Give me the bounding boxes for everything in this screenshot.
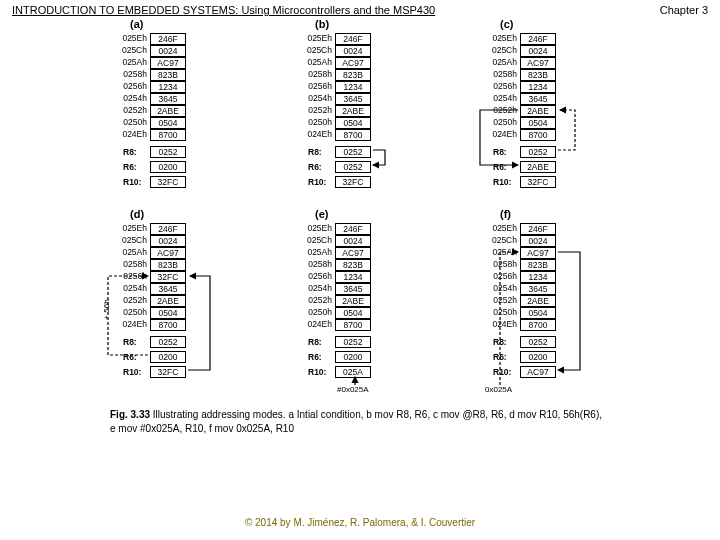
memory-table: 025Eh246F025Ch0024025AhAC970258h823B0256… — [490, 222, 556, 330]
absolute-annotation: 0x025A — [485, 385, 512, 394]
register-label: R10: — [120, 177, 150, 187]
memory-value: 8700 — [335, 129, 371, 141]
register-label: R8: — [305, 337, 335, 347]
panel-f: (f)025Eh246F025Ch0024025AhAC970258h823B0… — [460, 210, 630, 385]
memory-value: AC97 — [335, 57, 371, 69]
register-value: 0252 — [150, 146, 186, 158]
memory-row: 0256h1234 — [305, 80, 371, 92]
register-row: R6:0200 — [120, 349, 186, 364]
registers: R8:0252R6:2ABER10:32FC — [490, 144, 556, 189]
memory-address: 0254h — [305, 93, 335, 103]
memory-value: 3645 — [150, 93, 186, 105]
memory-value: 0504 — [520, 307, 556, 319]
memory-address: 025Eh — [305, 223, 335, 233]
memory-row: 0258h823B — [490, 68, 556, 80]
register-value: 32FC — [150, 366, 186, 378]
memory-value: 3645 — [520, 93, 556, 105]
register-label: R8: — [120, 337, 150, 347]
panels-row-1: (a)025Eh246F025Ch0024025AhAC970258h823B0… — [90, 20, 630, 195]
memory-address: 0254h — [490, 93, 520, 103]
registers: R8:0252R6:0200R10:AC97 — [490, 334, 556, 379]
memory-address: 025Ah — [490, 57, 520, 67]
memory-address: 025Eh — [490, 33, 520, 43]
memory-value: 0504 — [150, 307, 186, 319]
memory-value: 0024 — [335, 45, 371, 57]
memory-value: 8700 — [520, 129, 556, 141]
register-value: 0252 — [335, 146, 371, 158]
memory-row: 025Eh246F — [120, 222, 186, 234]
memory-address: 0250h — [490, 117, 520, 127]
memory-address: 025Ah — [120, 57, 150, 67]
header: INTRODUCTION TO EMBEDDED SYSTEMS: Using … — [0, 0, 720, 20]
memory-value: 8700 — [520, 319, 556, 331]
memory-value: 8700 — [335, 319, 371, 331]
register-label: R6: — [120, 352, 150, 362]
memory-value: 0024 — [520, 45, 556, 57]
memory-address: 0254h — [120, 93, 150, 103]
panel-label: (f) — [500, 208, 511, 220]
memory-address: 0252h — [490, 105, 520, 115]
register-label: R6: — [490, 352, 520, 362]
register-label: R6: — [120, 162, 150, 172]
memory-address: 0256h — [490, 81, 520, 91]
memory-row: 0254h3645 — [305, 92, 371, 104]
register-row: R8:0252 — [490, 144, 556, 159]
memory-row: 025Eh246F — [305, 32, 371, 44]
memory-row: 0250h0504 — [490, 306, 556, 318]
memory-value: 3645 — [335, 93, 371, 105]
memory-row: 024Eh8700 — [305, 318, 371, 330]
memory-row: 0254h3645 — [305, 282, 371, 294]
register-label: R8: — [120, 147, 150, 157]
memory-value: 8700 — [150, 319, 186, 331]
memory-row: 025Ch0024 — [305, 44, 371, 56]
memory-row: 0254h3645 — [490, 282, 556, 294]
memory-row: 024Eh8700 — [305, 128, 371, 140]
panel-d: (d)025Eh246F025Ch0024025AhAC970258h823B0… — [90, 210, 260, 385]
memory-value: 0504 — [520, 117, 556, 129]
memory-address: 025Ch — [490, 45, 520, 55]
memory-value: 1234 — [335, 81, 371, 93]
memory-row: 024Eh8700 — [490, 128, 556, 140]
register-label: R6: — [490, 162, 520, 172]
memory-table: 025Eh246F025Ch0024025AhAC970258h823B0256… — [490, 32, 556, 140]
memory-address: 024Eh — [305, 129, 335, 139]
memory-row: 0252h2ABE — [305, 294, 371, 306]
register-value: 0252 — [150, 336, 186, 348]
memory-value: 246F — [520, 223, 556, 235]
panel-b: (b)025Eh246F025Ch0024025AhAC970258h823B0… — [275, 20, 445, 195]
memory-address: 025Ch — [305, 45, 335, 55]
memory-value: 823B — [150, 69, 186, 81]
panels-row-2: (d)025Eh246F025Ch0024025AhAC970258h823B0… — [90, 210, 630, 385]
memory-row: 0254h3645 — [120, 282, 186, 294]
memory-row: 0250h0504 — [490, 116, 556, 128]
register-value: 0200 — [150, 351, 186, 363]
memory-value: 2ABE — [150, 295, 186, 307]
memory-value: 2ABE — [520, 295, 556, 307]
memory-row: 025AhAC97 — [120, 56, 186, 68]
memory-value: 0504 — [335, 307, 371, 319]
memory-address: 024Eh — [305, 319, 335, 329]
memory-value: 32FC — [150, 271, 186, 283]
registers: R8:0252R6:0200R10:32FC — [120, 334, 186, 379]
memory-row: 024Eh8700 — [490, 318, 556, 330]
memory-row: 0254h3645 — [120, 92, 186, 104]
memory-row: 0258h823B — [120, 258, 186, 270]
register-row: R10:32FC — [120, 364, 186, 379]
register-row: R8:0252 — [305, 144, 371, 159]
memory-row: 0256h1234 — [490, 80, 556, 92]
memory-row: 025Ch0024 — [120, 44, 186, 56]
register-label: R10: — [490, 367, 520, 377]
memory-address: 0250h — [120, 307, 150, 317]
memory-address: 0250h — [305, 307, 335, 317]
register-label: R8: — [490, 147, 520, 157]
memory-address: 025Eh — [490, 223, 520, 233]
memory-row: 0250h0504 — [120, 116, 186, 128]
memory-value: 2ABE — [335, 295, 371, 307]
memory-value: AC97 — [150, 247, 186, 259]
chapter-label: Chapter 3 — [660, 4, 708, 16]
memory-row: 0250h0504 — [305, 306, 371, 318]
page-title: INTRODUCTION TO EMBEDDED SYSTEMS: Using … — [12, 4, 435, 16]
memory-value: AC97 — [520, 247, 556, 259]
register-row: R6:0200 — [305, 349, 371, 364]
memory-address: 025Eh — [305, 33, 335, 43]
